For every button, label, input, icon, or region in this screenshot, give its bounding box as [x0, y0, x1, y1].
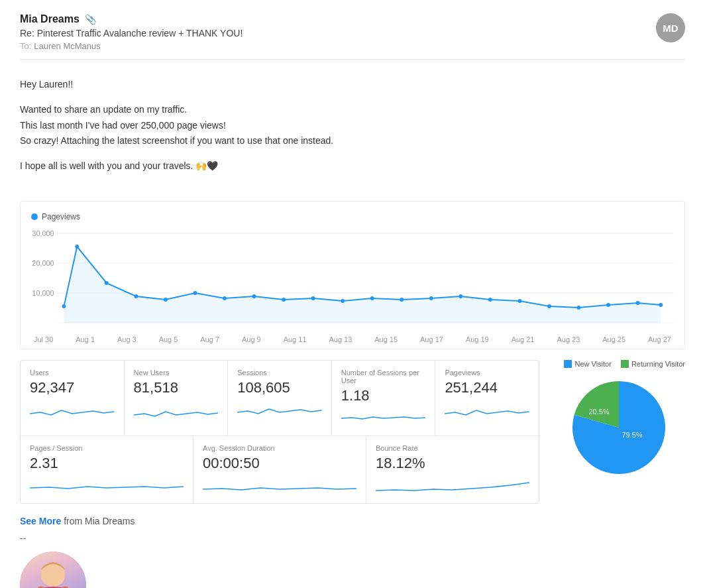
svg-point-27 — [636, 301, 640, 305]
chart-container: Pageviews 30,000 20,000 10,000 — [20, 201, 685, 349]
svg-point-15 — [282, 298, 286, 302]
stat-avg-session-value: 00:00:50 — [203, 455, 356, 472]
returning-visitor-label: Returning Visitor — [631, 360, 685, 368]
svg-text:10,000: 10,000 — [32, 289, 54, 297]
svg-point-10 — [134, 294, 138, 298]
body-p1-line1: Wanted to share an update on my traffic. — [20, 104, 187, 115]
mini-chart-avg-session — [203, 476, 356, 496]
sender-line: Mia Dreams 📎 — [20, 13, 243, 25]
chart-legend-label: Pageviews — [42, 212, 80, 221]
x-label-14: Aug 27 — [648, 335, 671, 343]
stat-new-users-value: 81,518 — [134, 379, 219, 396]
stat-pages-session: Pages / Session 2.31 — [21, 436, 193, 503]
mini-chart-pages-session — [30, 476, 184, 496]
svg-point-11 — [164, 298, 168, 302]
stat-bounce-rate-label: Bounce Rate — [376, 444, 529, 452]
pie-legend: New Visitor Returning Visitor — [564, 360, 685, 368]
x-label-5: Aug 9 — [242, 335, 261, 343]
returning-visitor-color-box — [621, 360, 629, 368]
subject-line: Re: Pinterest Traffic Avalanche review +… — [20, 28, 243, 38]
pie-section: New Visitor Returning Visitor 79.5% 20.5… — [539, 360, 685, 481]
mini-chart-sessions-per-user — [341, 408, 426, 428]
x-label-12: Aug 23 — [557, 335, 580, 343]
stat-bounce-rate-value: 18.12% — [376, 455, 529, 472]
chart-x-labels: Jul 30 Aug 1 Aug 3 Aug 5 Aug 7 Aug 9 Aug… — [31, 335, 674, 343]
mini-chart-new-users — [134, 400, 219, 420]
body-p1-line2: This last month I've had over 250,000 pa… — [20, 120, 226, 131]
stat-avg-session-label: Avg. Session Duration — [203, 444, 356, 452]
stats-row-1: Users 92,347 New Users 81,518 Sessions 1… — [21, 361, 539, 436]
svg-point-20 — [429, 296, 433, 300]
svg-point-7 — [62, 304, 66, 308]
svg-point-9 — [105, 281, 109, 285]
stats-section: Users 92,347 New Users 81,518 Sessions 1… — [20, 360, 685, 504]
svg-point-17 — [341, 299, 345, 303]
stat-users: Users 92,347 — [21, 361, 125, 436]
x-label-1: Aug 1 — [76, 335, 95, 343]
stat-pages-session-value: 2.31 — [30, 455, 184, 472]
mini-chart-bounce-rate — [376, 476, 529, 496]
svg-point-22 — [488, 298, 492, 302]
new-visitor-color-box — [564, 360, 572, 368]
mini-chart-users — [30, 400, 115, 420]
to-label: To: — [20, 41, 31, 51]
to-line: To:Lauren McManus — [20, 41, 243, 51]
x-label-13: Aug 25 — [602, 335, 625, 343]
svg-text:20,000: 20,000 — [32, 259, 54, 267]
sender-name: Mia Dreams — [20, 13, 80, 25]
body-paragraph1: Wanted to share an update on my traffic.… — [20, 102, 685, 149]
svg-point-19 — [400, 298, 404, 302]
stat-users-value: 92,347 — [30, 379, 115, 396]
profile-svg — [20, 552, 86, 588]
stat-pageviews: Pageviews 251,244 — [435, 361, 539, 436]
see-more-rest: from Mia Dreams — [61, 516, 135, 526]
svg-text:30,000: 30,000 — [32, 229, 54, 237]
chart-svg: 30,000 20,000 10,000 — [31, 227, 674, 333]
x-label-4: Aug 7 — [200, 335, 219, 343]
x-label-8: Aug 15 — [374, 335, 398, 343]
stat-new-users-label: New Users — [134, 369, 219, 377]
x-label-7: Aug 13 — [329, 335, 352, 343]
stats-row-2: Pages / Session 2.31 Avg. Session Durati… — [21, 436, 539, 503]
x-label-11: Aug 21 — [512, 335, 535, 343]
x-label-10: Aug 19 — [466, 335, 489, 343]
profile-image-inner — [20, 552, 86, 588]
legend-new-visitor: New Visitor — [564, 360, 611, 368]
svg-point-26 — [606, 303, 610, 307]
x-label-9: Aug 17 — [420, 335, 443, 343]
to-name: Lauren McManus — [34, 41, 100, 51]
greeting: Hey Lauren!! — [20, 77, 685, 93]
svg-point-16 — [311, 296, 315, 300]
stat-sessions-per-user: Number of Sessions per User 1.18 — [332, 361, 436, 436]
body-p1-line3: So crazy! Attaching the latest screensho… — [20, 135, 333, 146]
x-label-3: Aug 5 — [159, 335, 178, 343]
pie-chart-svg: 79.5% 20.5% — [566, 375, 672, 481]
see-more-link[interactable]: See More — [20, 516, 61, 526]
svg-point-8 — [75, 245, 79, 249]
email-header: Mia Dreams 📎 Re: Pinterest Traffic Avala… — [20, 13, 685, 60]
x-label-0: Jul 30 — [34, 335, 53, 343]
stat-bounce-rate: Bounce Rate 18.12% — [366, 436, 539, 503]
stat-sessions-label: Sessions — [237, 369, 322, 377]
mini-chart-pageviews — [445, 400, 529, 420]
stat-sessions-value: 108,605 — [237, 379, 322, 396]
stat-pages-session-label: Pages / Session — [30, 444, 184, 452]
pie-new-visitor-pct: 79.5% — [622, 431, 642, 439]
legend-dot — [31, 213, 38, 220]
pie-returning-visitor-pct: 20.5% — [588, 408, 609, 416]
profile-image — [20, 552, 86, 588]
stat-pageviews-label: Pageviews — [445, 369, 529, 377]
attachment-icon: 📎 — [85, 14, 96, 25]
svg-point-25 — [577, 306, 581, 310]
stats-grid: Users 92,347 New Users 81,518 Sessions 1… — [20, 360, 539, 504]
email-body: Hey Lauren!! Wanted to share an update o… — [20, 70, 685, 190]
x-label-6: Aug 11 — [284, 335, 307, 343]
see-more: See More from Mia Dreams — [20, 516, 685, 526]
x-label-2: Aug 3 — [117, 335, 136, 343]
stat-sessions-per-user-value: 1.18 — [341, 387, 426, 404]
mini-chart-sessions — [237, 400, 322, 420]
stat-users-label: Users — [30, 369, 115, 377]
new-visitor-label: New Visitor — [574, 360, 611, 368]
svg-point-13 — [223, 296, 227, 300]
stat-sessions: Sessions 108,605 — [228, 361, 332, 436]
